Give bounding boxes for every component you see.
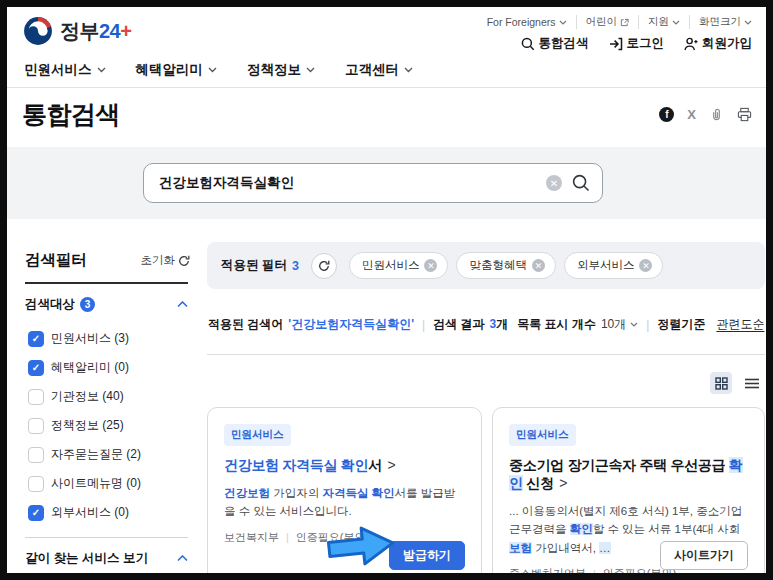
checkbox-unchecked-icon[interactable] [28,476,44,492]
nav-item-minwon[interactable]: 민원서비스 [24,61,106,79]
divider: | [419,318,428,332]
screenshot-frame: 정부24+ For Foreigners 어린이 지원 화면크기 통합검색 로그… [0,0,773,580]
applied-filters-reset-button[interactable] [311,253,337,279]
checkbox-checked-icon[interactable] [28,331,44,347]
utility-support[interactable]: 지원 [638,15,689,29]
filter-option-label: 정책정보 (25) [51,417,124,434]
applied-keyword-value: '건강보험자격득실확인' [288,316,414,333]
chevron-up-icon[interactable] [177,555,188,562]
chip-minwon[interactable]: 민원서비스 ✕ [349,252,449,279]
checkbox-unchecked-icon[interactable] [28,389,44,405]
view-toggles [710,372,763,394]
pointer-arrow-annotation [325,520,401,571]
divider: | [286,531,289,543]
login-button[interactable]: 로그인 [609,35,665,52]
issue-button[interactable]: 발급하기 [389,541,465,570]
divider [25,537,188,538]
refresh-icon [178,255,190,267]
filter-option-sitemenu[interactable]: 사이트메뉴명 (0) [28,469,190,498]
gov24-logo[interactable]: 정부24+ [23,16,131,46]
card-badge: 민원서비스 [224,424,291,446]
title-text: 신청 [523,475,554,491]
related-services-toggle[interactable]: 같이 찾는 서비스 보기 [25,550,188,567]
checkbox-checked-icon[interactable] [28,360,44,376]
result-count-label: 검색 결과 [433,316,484,333]
title-highlight: 건강보험 자격득실 확인 [224,457,368,473]
filter-count-badge: 3 [80,297,95,312]
page-size-select[interactable]: 10개 [601,316,638,333]
checkbox-checked-icon[interactable] [28,505,44,521]
gov24-emblem-icon [23,16,53,46]
title-text: 중소기업 장기근속자 주택 우선공급 [509,457,729,473]
card-title-link[interactable]: 건강보험 자격득실 확인서 > [224,457,465,475]
chip-benefit[interactable]: 맞춤형혜택 ✕ [456,252,556,279]
filter-option-benefit[interactable]: 혜택알리미 (0) [28,353,190,382]
search-submit-icon[interactable] [572,174,590,192]
filter-reset-button[interactable]: 초기화 [141,253,191,268]
utility-screen-size[interactable]: 화면크기 [689,15,752,29]
nav-label: 민원서비스 [24,61,92,79]
print-icon[interactable] [737,107,752,122]
chevron-down-icon [404,67,413,73]
search-input[interactable] [159,176,546,191]
utility-children[interactable]: 어린이 [576,15,639,29]
list-view-icon[interactable] [741,372,763,394]
gov24-page: 정부24+ For Foreigners 어린이 지원 화면크기 통합검색 로그… [7,7,766,573]
chevron-down-icon [97,67,106,73]
nav-label: 정책정보 [247,61,301,79]
utility-for-foreigners[interactable]: For Foreigners [478,16,576,28]
card-org: 중소벤처기업부 [509,566,586,573]
filter-group-search-target[interactable]: 검색대상 3 [25,296,188,313]
title-text: 서 [368,457,382,473]
clear-search-icon[interactable]: ✕ [546,175,562,191]
filter-option-minwon[interactable]: 민원서비스 (3) [28,324,190,353]
filter-option-agency[interactable]: 기관정보 (40) [28,382,190,411]
login-icon [609,37,623,51]
sort-label: 정렬기준 [657,316,705,333]
go-to-site-button[interactable]: 사이트가기 [660,541,748,570]
reset-label: 초기화 [141,253,176,268]
nav-item-policy[interactable]: 정책정보 [247,61,315,79]
filter-options: 민원서비스 (3) 혜택알리미 (0) 기관정보 (40) 정책정보 (25) … [28,324,190,527]
page-title: 통합검색 [22,98,120,131]
nav-item-customer[interactable]: 고객센터 [345,61,413,79]
copy-link-icon[interactable] [709,107,724,122]
utility-links: For Foreigners 어린이 지원 화면크기 [478,15,752,29]
remove-chip-icon[interactable]: ✕ [424,259,437,272]
chip-label: 외부서비스 [577,258,635,273]
nav-item-benefits[interactable]: 혜택알리미 [136,61,218,79]
card-title-link[interactable]: 중소기업 장기근속자 주택 우선공급 확인 신청 > [509,457,748,493]
chip-external[interactable]: 외부서비스 ✕ [564,252,664,279]
chevron-down-icon [306,67,315,73]
divider: | [593,568,596,573]
search-box: ✕ [143,163,603,203]
filter-option-faq[interactable]: 자주묻는질문 (2) [28,440,190,469]
filter-option-policy[interactable]: 정책정보 (25) [28,411,190,440]
unified-search-button[interactable]: 통합검색 [521,35,589,52]
applied-filters-count: 3 [292,259,299,273]
grid-view-icon[interactable] [710,372,732,394]
checkbox-unchecked-icon[interactable] [28,447,44,463]
page-size-value: 10개 [601,316,626,333]
utility-label: 지원 [648,15,669,29]
divider [207,354,765,355]
remove-chip-icon[interactable]: ✕ [532,259,545,272]
chevron-down-icon [559,20,567,25]
applied-filters-label: 적용된 필터 [221,257,287,274]
remove-chip-icon[interactable]: ✕ [639,259,652,272]
signup-button[interactable]: 회원가입 [684,35,752,52]
filter-group-label: 검색대상 [25,296,75,313]
search-icon [521,37,535,51]
facebook-icon[interactable]: f [659,107,674,122]
chevron-up-icon[interactable] [177,301,188,308]
utility-label: 화면크기 [699,15,741,29]
filter-option-external[interactable]: 외부서비스 (0) [28,498,190,527]
main-nav: 민원서비스 혜택알리미 정책정보 고객센터 [7,52,766,88]
search-strip: ✕ [7,147,766,219]
sort-relevance[interactable]: 관련도순 [716,316,764,333]
x-twitter-icon[interactable]: X [687,107,696,122]
chevron-down-icon [744,20,752,25]
checkbox-unchecked-icon[interactable] [28,418,44,434]
filter-option-label: 사이트메뉴명 (0) [51,475,141,492]
card-description: 건강보험 가입자의 자격득실 확인서를 발급받을 수 있는 서비스입니다. [224,484,465,521]
